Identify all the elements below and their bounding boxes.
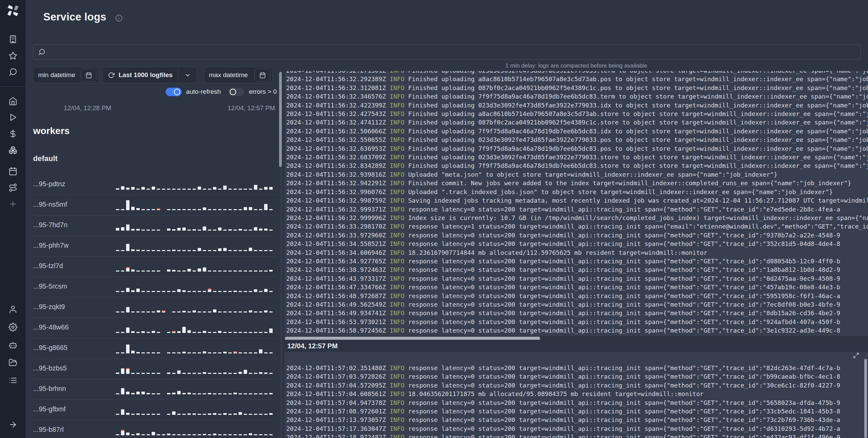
log-message: Finished uploading 023d3e3092fe473d85fae… (405, 154, 868, 161)
gear-icon[interactable] (9, 323, 17, 332)
activity-bar (162, 250, 165, 251)
left-scrollbar-thumb[interactable] (279, 72, 282, 167)
route-icon[interactable] (9, 183, 17, 192)
log-message: Uploaded ".track_indexed_jobs.json" to o… (405, 188, 833, 195)
windmill-logo-icon[interactable] (6, 3, 20, 18)
worker-row[interactable]: ...95-bzbs5 (33, 359, 277, 379)
activity-bar (177, 209, 181, 210)
worker-row[interactable]: ...95-gfbmf (33, 400, 277, 420)
list-icon[interactable] (9, 376, 17, 385)
activity-bar (187, 209, 191, 210)
activity-bar (157, 393, 160, 394)
activity-bar (121, 352, 124, 353)
calendar-icon[interactable] (9, 167, 17, 176)
robot-icon[interactable] (9, 340, 17, 349)
log-line: 2024-12-04T11:56:47.334766Z INFO respons… (286, 283, 868, 291)
home-icon[interactable] (9, 97, 17, 105)
auto-refresh-toggle[interactable] (166, 88, 182, 96)
star-icon[interactable] (9, 51, 17, 60)
activity-bar (239, 311, 242, 312)
worker-row[interactable]: ...95-g8665 (33, 338, 277, 359)
errors-filter-toggle[interactable] (228, 88, 244, 96)
user-icon[interactable] (9, 305, 17, 314)
activity-bar (269, 413, 273, 415)
arrow-right-icon[interactable] (9, 420, 17, 429)
log-level: INFO (390, 206, 404, 213)
worker-row[interactable]: ...95-phh7w (33, 236, 277, 257)
log-level: INFO (390, 162, 404, 169)
activity-bar (249, 207, 252, 210)
activity-bar (264, 373, 268, 374)
min-datetime-calendar-button[interactable] (81, 69, 96, 82)
plus-icon[interactable] (9, 200, 17, 208)
log-message: response latency=0 status=200 target=win… (405, 318, 840, 325)
worker-row[interactable]: ...95-5rcsm (33, 277, 277, 297)
log-timestamp: 2024-12-04T11:57:08.972601Z (286, 408, 390, 415)
worker-name: ...95-zqkt9 (33, 303, 65, 311)
activity-bar (172, 270, 176, 272)
activity-bar (193, 373, 196, 374)
worker-row[interactable]: ...95-pdtnz (33, 175, 277, 195)
worker-row[interactable]: ...95-b87rl (33, 420, 277, 438)
activity-bar (182, 393, 186, 394)
activity-bar (121, 368, 124, 374)
activity-bar (223, 413, 227, 415)
worker-name: ...95-bzbs5 (33, 364, 67, 372)
activity-bar (249, 393, 252, 394)
worker-row[interactable]: ...95-brhnn (33, 379, 277, 400)
vertical-scrollbar-thumb[interactable] (864, 359, 867, 438)
activity-bar-error (233, 351, 237, 354)
min-datetime-field[interactable]: min datetime (33, 67, 99, 83)
activity-bar (182, 311, 186, 312)
logfiles-chevron-button[interactable] (178, 67, 197, 83)
activity-bar (187, 230, 191, 231)
log-line: 2024-12-04T11:56:32.422399Z INFO Finishe… (286, 101, 868, 110)
folder-open-icon[interactable] (9, 358, 17, 367)
worker-row[interactable]: ...95-ns5mf (33, 195, 277, 216)
expand-icon[interactable] (853, 352, 859, 359)
activity-bar (254, 289, 257, 292)
log-message: response latency=0 status=200 target=win… (405, 206, 840, 213)
activity-bar (254, 373, 257, 374)
activity-bar (208, 271, 211, 272)
worker-row[interactable]: ...95-zqkt9 (33, 297, 277, 318)
activity-bar (264, 250, 268, 251)
activity-bar (177, 271, 181, 272)
activity-bar (152, 331, 155, 333)
info-icon[interactable] (115, 14, 123, 22)
max-datetime-field[interactable]: max datetime (204, 67, 273, 83)
log-timestamp: 2024-12-04T11:56:32.506066Z (286, 128, 390, 135)
boxes-icon[interactable] (9, 146, 17, 155)
activity-bar (136, 271, 140, 272)
log-level: INFO (390, 119, 404, 126)
activity-bar (269, 434, 273, 435)
activity-bar (187, 269, 191, 272)
activity-bar (264, 414, 268, 415)
activity-bar (121, 186, 124, 190)
activity-bar (233, 434, 237, 435)
log-line: 2024-12-04T11:57:13.973057Z INFO respons… (286, 415, 868, 424)
max-datetime-calendar-button[interactable] (255, 69, 270, 82)
search-input[interactable] (33, 44, 861, 60)
log-timestamp: 2024-12-04T11:56:32.939816Z (286, 171, 390, 178)
worker-row[interactable]: ...95-7hd7n (33, 216, 277, 236)
activity-bar (121, 388, 124, 394)
search-icon (38, 48, 45, 56)
activity-bar (182, 209, 186, 210)
activity-bar (172, 209, 176, 210)
search-icon[interactable] (9, 68, 17, 76)
logfiles-select[interactable]: Last 1000 logfiles (102, 67, 197, 83)
log-line: 2024-12-04T11:56:34.927765Z INFO respons… (286, 257, 868, 265)
activity-bar (172, 229, 176, 231)
dollar-icon[interactable] (9, 129, 17, 138)
play-icon[interactable] (9, 113, 17, 122)
building-icon[interactable] (9, 35, 17, 44)
activity-bar (131, 393, 135, 394)
activity-bar (136, 289, 140, 292)
log-timestamp: 2024-12-04T11:57:04.608561Z (286, 390, 390, 397)
activity-bar (141, 373, 145, 374)
worker-row[interactable]: ...95-48w66 (33, 318, 277, 338)
activity-bar (208, 393, 211, 394)
worker-row[interactable]: ...95-tzl7d (33, 257, 277, 277)
activity-bar (264, 187, 268, 190)
